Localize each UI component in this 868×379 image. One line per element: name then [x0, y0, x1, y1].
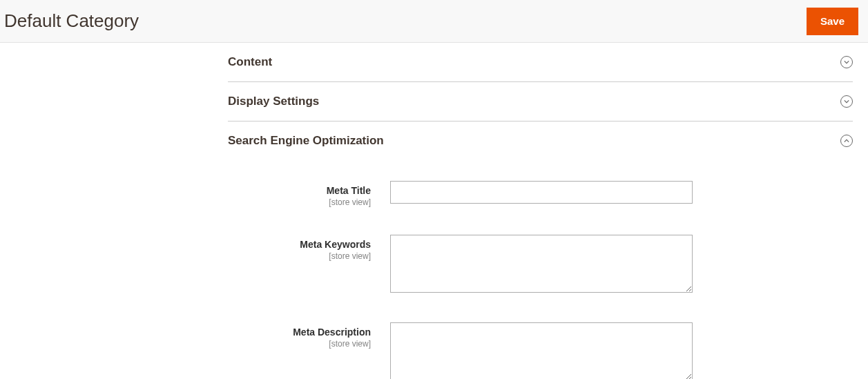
label-wrap-meta-description: Meta Description [store view] [228, 322, 390, 349]
section-seo-title: Search Engine Optimization [228, 134, 384, 148]
control-wrap-meta-keywords [390, 235, 693, 295]
chevron-up-icon [840, 135, 853, 147]
chevron-down-icon [840, 56, 853, 68]
meta-description-input[interactable] [390, 322, 693, 379]
scope-meta-keywords: [store view] [228, 251, 371, 261]
field-row-meta-description: Meta Description [store view] [228, 322, 853, 379]
section-seo-header[interactable]: Search Engine Optimization [228, 122, 853, 160]
meta-keywords-input[interactable] [390, 235, 693, 293]
label-wrap-meta-title: Meta Title [store view] [228, 181, 390, 207]
control-wrap-meta-title [390, 181, 693, 204]
field-row-meta-title: Meta Title [store view] [228, 181, 853, 207]
label-meta-keywords: Meta Keywords [228, 239, 371, 250]
content-area: Content Display Settings Search Engine O… [0, 43, 868, 379]
meta-title-input[interactable] [390, 181, 693, 204]
chevron-down-icon [840, 95, 853, 108]
label-wrap-meta-keywords: Meta Keywords [store view] [228, 235, 390, 261]
scope-meta-title: [store view] [228, 197, 371, 207]
page-title: Default Category [4, 10, 139, 32]
label-meta-description: Meta Description [228, 327, 371, 338]
scope-meta-description: [store view] [228, 339, 371, 349]
section-display-settings: Display Settings [228, 82, 853, 122]
section-display-settings-title: Display Settings [228, 95, 319, 108]
section-display-settings-header[interactable]: Display Settings [228, 82, 853, 121]
section-seo-body: Meta Title [store view] Meta Keywords [s… [228, 160, 853, 379]
field-row-meta-keywords: Meta Keywords [store view] [228, 235, 853, 295]
label-meta-title: Meta Title [228, 185, 371, 196]
control-wrap-meta-description [390, 322, 693, 379]
section-seo: Search Engine Optimization Meta Title [s… [228, 122, 853, 379]
page-header: Default Category Save [0, 0, 868, 43]
section-content: Content [228, 43, 853, 82]
section-content-title: Content [228, 55, 272, 69]
save-button[interactable]: Save [807, 8, 858, 35]
section-content-header[interactable]: Content [228, 43, 853, 81]
